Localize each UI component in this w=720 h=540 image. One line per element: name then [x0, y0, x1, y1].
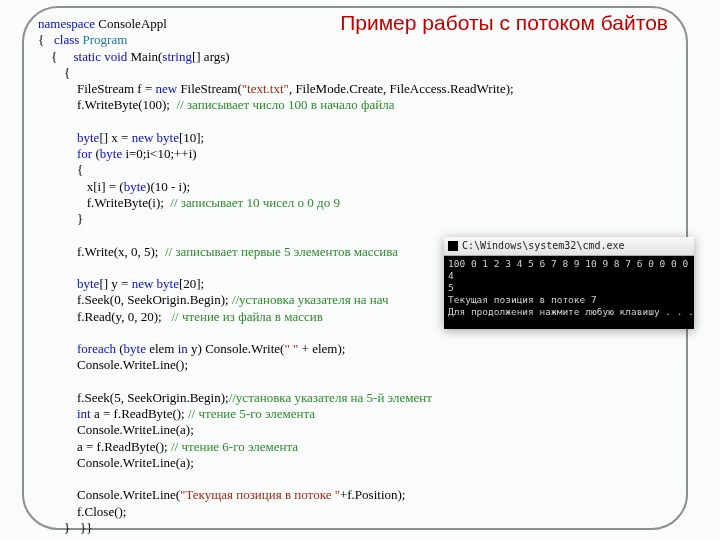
kw-in: in — [178, 341, 188, 356]
str-textfile: "text.txt" — [242, 81, 289, 96]
comment: // записывает 10 чисел о 0 до 9 — [170, 195, 340, 210]
comment: // записывает первые 5 элементов массива — [165, 244, 398, 259]
kw-static-void: static void — [74, 49, 128, 64]
cmd-window: C:\Windows\system32\cmd.exe 100 0 1 2 3 … — [444, 237, 694, 329]
cmd-line: Текущая позиция в потоке 7 — [448, 294, 690, 306]
kw-for: for — [77, 146, 92, 161]
cmd-title-bar: C:\Windows\system32\cmd.exe — [444, 237, 694, 256]
kw-foreach: foreach — [77, 341, 116, 356]
cmd-body: 100 0 1 2 3 4 5 6 7 8 9 10 9 8 7 6 0 0 0… — [444, 256, 694, 319]
comment: // чтение 5-го элемента — [188, 406, 315, 421]
kw-int: int — [77, 406, 91, 421]
kw-new: new — [155, 81, 177, 96]
comment: // чтение 6-го элемента — [171, 439, 298, 454]
kw-byte: byte — [77, 130, 99, 145]
str-space: " " — [284, 341, 298, 356]
kw-class: class — [54, 32, 79, 47]
slide-title: Пример работы с потоком байтов — [340, 10, 668, 36]
kw-namespace: namespace — [38, 16, 95, 31]
cmd-line: 5 — [448, 282, 690, 294]
cmd-title: C:\Windows\system32\cmd.exe — [462, 240, 625, 253]
cmd-icon — [448, 241, 458, 251]
comment: //установка указателя на 5-й элемент — [229, 390, 432, 405]
comment: // записывает число 100 в начало файла — [176, 97, 394, 112]
comment: //установка указателя на нач — [232, 292, 389, 307]
cmd-line: Для продолжения нажмите любую клавишу . … — [448, 306, 690, 318]
cmd-line: 100 0 1 2 3 4 5 6 7 8 9 10 9 8 7 6 0 0 0… — [448, 258, 690, 270]
cmd-line: 4 — [448, 270, 690, 282]
str-position: "Текущая позиция в потоке " — [180, 487, 340, 502]
kw-string: string — [162, 49, 192, 64]
type-program: Program — [83, 32, 128, 47]
comment: // чтение из файла в массив — [171, 309, 322, 324]
